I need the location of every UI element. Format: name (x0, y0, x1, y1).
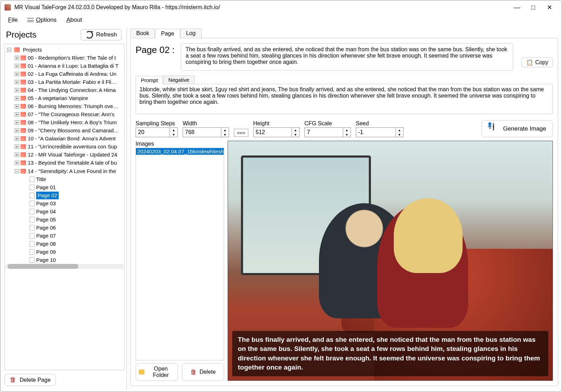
page-label[interactable]: Title (36, 175, 46, 183)
page-item[interactable]: Title (15, 175, 123, 183)
copy-button[interactable]: 📋 Copy (522, 57, 553, 67)
tab-page[interactable]: Page (155, 29, 180, 38)
project-label[interactable]: 00 - Redemption's River: The Tale of t (28, 54, 116, 62)
project-label[interactable]: 08 - "The Unlikely Hero: A Boy's Trium (28, 119, 117, 126)
project-label[interactable]: 12 - MR Visual Taleforge - Updated 24 (28, 151, 117, 159)
page-label[interactable]: Page 05 (36, 216, 56, 224)
expander-icon[interactable]: + (15, 88, 19, 92)
project-label[interactable]: 11 - "Un'incredibile avventura con Sup (28, 143, 117, 151)
page-item[interactable]: Page 06 (15, 224, 123, 232)
page-description[interactable]: The bus finally arrived, and as she ente… (181, 43, 513, 71)
tree-root[interactable]: Projects (23, 46, 42, 54)
page-item[interactable]: Page 07 (15, 232, 123, 240)
page-item[interactable]: Page 02 (15, 191, 123, 199)
project-label[interactable]: 05 - A vegetarian Vampire (28, 94, 88, 102)
expander-icon[interactable]: + (15, 96, 19, 100)
tab-book[interactable]: Book (130, 28, 155, 38)
height-input[interactable]: ▲▼ (253, 127, 300, 137)
expander-icon[interactable]: + (15, 112, 19, 117)
expander-icon[interactable]: − (7, 48, 11, 52)
page-item[interactable]: Page 01 (15, 183, 123, 191)
project-item[interactable]: +06 - Burning Memories: Triumph over D (7, 102, 123, 110)
project-item[interactable]: −14 - "Serendipity: A Love Found in theT… (7, 167, 123, 264)
expander-icon[interactable]: + (15, 128, 19, 133)
width-input[interactable]: ▲▼ (183, 127, 229, 137)
tree-scrollbar[interactable] (6, 264, 123, 269)
images-list[interactable]: 20240203_02.04.07_1blondewhitesh (136, 148, 224, 360)
page-label[interactable]: Page 02 (36, 192, 59, 199)
expander-icon[interactable]: + (15, 104, 19, 108)
refresh-button[interactable]: Refresh (81, 29, 122, 40)
expander-icon[interactable]: + (15, 153, 19, 157)
page-label[interactable]: Page 06 (36, 224, 56, 232)
page-item[interactable]: Page 04 (15, 207, 123, 215)
subtab-prompt[interactable]: Prompt (136, 76, 163, 84)
subtab-negative[interactable]: Negative (163, 75, 194, 84)
expander-icon[interactable]: + (15, 161, 19, 165)
open-folder-button[interactable]: Open Folder (136, 363, 178, 381)
page-label[interactable]: Page 01 (36, 184, 56, 191)
project-label[interactable]: 10 - "A Galaxian Bond: Anna's Advent (28, 135, 116, 142)
expander-icon[interactable]: + (15, 120, 19, 125)
expander-icon[interactable]: + (15, 56, 19, 60)
project-item[interactable]: +05 - A vegetarian Vampire (7, 94, 123, 102)
project-item[interactable]: +01 - Arianna e il Lupo: La Battaglia di… (7, 62, 123, 70)
project-label[interactable]: 14 - "Serendipity: A Love Found in the (28, 167, 116, 175)
step-up[interactable]: ▲ (170, 128, 177, 132)
expander-icon[interactable]: + (15, 72, 19, 76)
page-label[interactable]: Page 07 (36, 232, 56, 240)
page-label[interactable]: Page 09 (36, 248, 56, 256)
menu-options[interactable]: Options (27, 16, 57, 24)
project-item[interactable]: +03 - La Partita Mortale: Fabio e il Fli… (7, 78, 123, 86)
project-label[interactable]: 13 - Beyond the Timetable A tale of bu (28, 159, 117, 167)
project-item[interactable]: +11 - "Un'incredibile avventura con Sup (7, 142, 123, 151)
project-label[interactable]: 07 - "The Courageous Rescue: Ann's (28, 111, 115, 118)
project-tree[interactable]: − Projects +00 - Redemption's River: The… (5, 44, 124, 370)
expander-icon[interactable]: + (15, 137, 19, 141)
project-item[interactable]: +13 - Beyond the Timetable A tale of bu (7, 159, 123, 167)
image-list-item[interactable]: 20240203_02.04.07_1blondewhitesh (136, 148, 224, 155)
menu-about[interactable]: About (66, 16, 82, 24)
page-label[interactable]: Page 10 (36, 256, 56, 264)
maximize-button[interactable]: □ (525, 2, 541, 13)
project-label[interactable]: 03 - La Partita Mortale: Fabio e il Flip… (28, 78, 119, 86)
page-item[interactable]: Page 03 (15, 199, 123, 207)
project-item[interactable]: +02 - La Fuga Caffeinata di Andrea: Un (7, 70, 123, 78)
project-item[interactable]: +07 - "The Courageous Rescue: Ann's (7, 110, 123, 118)
page-item[interactable]: Page 05 (15, 215, 123, 224)
project-label[interactable]: 04 - The Undying Connection: A Hima (28, 86, 116, 94)
expander-icon[interactable]: + (15, 145, 19, 149)
page-item[interactable]: Page 09 (15, 248, 123, 256)
project-item[interactable]: +09 - "Cherry Blossoms and Camaraderi (7, 126, 123, 134)
swap-wh-button[interactable]: <=> (234, 129, 248, 137)
project-item[interactable]: +10 - "A Galaxian Bond: Anna's Advent (7, 134, 123, 142)
menu-file[interactable]: File (8, 16, 18, 24)
cfg-input[interactable]: ▲▼ (305, 127, 351, 137)
prompt-text[interactable]: 1blonde, white shirt blue skirt, 1guy re… (136, 84, 553, 114)
generate-button[interactable]: Generate Image (482, 120, 553, 137)
page-label[interactable]: Page 03 (36, 200, 56, 207)
project-item[interactable]: +08 - "The Unlikely Hero: A Boy's Trium (7, 118, 123, 126)
steps-input[interactable]: ▲▼ (136, 127, 178, 137)
delete-page-button[interactable]: 🗑 Delete Page (5, 374, 56, 386)
project-label[interactable]: 06 - Burning Memories: Triumph over D (28, 102, 119, 110)
project-label[interactable]: 09 - "Cherry Blossoms and Camaraderi (28, 127, 119, 134)
project-item[interactable]: +00 - Redemption's River: The Tale of t (7, 54, 123, 62)
minimize-button[interactable]: ― (509, 2, 525, 13)
expander-icon[interactable]: − (15, 169, 19, 173)
expander-icon[interactable]: + (15, 64, 19, 68)
expander-icon[interactable]: + (15, 80, 19, 84)
project-item[interactable]: +12 - MR Visual Taleforge - Updated 24 (7, 151, 123, 159)
project-item[interactable]: +04 - The Undying Connection: A Hima (7, 86, 123, 94)
project-label[interactable]: 01 - Arianna e il Lupo: La Battaglia di … (28, 62, 118, 70)
tab-log[interactable]: Log (180, 28, 202, 38)
project-label[interactable]: 02 - La Fuga Caffeinata di Andrea: Un (28, 70, 116, 78)
delete-image-button[interactable]: 🗑 Delete (182, 363, 224, 381)
page-label[interactable]: Page 08 (36, 240, 56, 248)
page-item[interactable]: Page 08 (15, 240, 123, 248)
page-item[interactable]: Page 10 (15, 256, 123, 264)
step-down[interactable]: ▼ (170, 132, 177, 137)
page-label[interactable]: Page 04 (36, 208, 56, 215)
close-button[interactable]: ✕ (541, 2, 557, 13)
seed-input[interactable]: ▲▼ (356, 127, 404, 137)
